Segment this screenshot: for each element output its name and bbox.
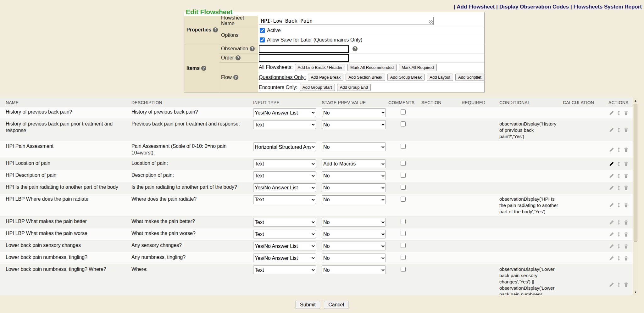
delete-trash-icon[interactable] xyxy=(624,220,629,225)
stage-prev-value-select[interactable]: No xyxy=(322,218,386,226)
comments-checkbox[interactable] xyxy=(401,231,406,236)
allow-save-checkbox[interactable] xyxy=(260,37,265,42)
move-up-down-icon[interactable] xyxy=(616,203,621,208)
add-line-break-header-button[interactable]: Add Line Break / Header xyxy=(295,64,345,71)
input-type-select[interactable]: Yes/No Answer List xyxy=(253,242,316,250)
stage-prev-value-select[interactable]: No xyxy=(322,143,386,151)
comments-checkbox[interactable] xyxy=(401,109,406,115)
delete-trash-icon[interactable] xyxy=(624,203,629,208)
comments-checkbox[interactable] xyxy=(401,185,406,190)
comments-checkbox[interactable] xyxy=(401,255,406,260)
edit-pencil-icon[interactable] xyxy=(609,147,614,152)
stage-prev-value-select[interactable]: No xyxy=(322,120,386,129)
delete-trash-icon[interactable] xyxy=(624,244,629,249)
observation-input[interactable] xyxy=(259,45,349,53)
active-checkbox[interactable] xyxy=(260,28,265,33)
delete-trash-icon[interactable] xyxy=(624,185,629,190)
input-type-select[interactable]: Horizontal Structured Ans xyxy=(253,143,316,151)
edit-pencil-icon[interactable] xyxy=(609,185,614,190)
stage-prev-value-select[interactable]: No xyxy=(322,242,386,250)
add-page-break-button[interactable]: Add Page Break xyxy=(308,74,343,81)
add-group-start-button[interactable]: Add Group Start xyxy=(300,84,335,91)
comments-checkbox[interactable] xyxy=(401,121,406,126)
stage-prev-value-select[interactable]: No xyxy=(322,171,386,180)
move-up-down-icon[interactable] xyxy=(616,161,621,166)
table-scrollbar[interactable]: ▲ ▼ xyxy=(633,98,638,295)
add-section-break-button[interactable]: Add Section Break xyxy=(346,74,385,81)
input-type-select[interactable]: Text xyxy=(253,195,316,204)
move-up-down-icon[interactable] xyxy=(616,282,621,287)
edit-pencil-icon[interactable] xyxy=(609,110,614,115)
move-up-down-icon[interactable] xyxy=(616,256,621,261)
comments-checkbox[interactable] xyxy=(401,243,406,248)
comments-checkbox[interactable] xyxy=(401,267,406,272)
move-up-down-icon[interactable] xyxy=(616,127,621,132)
stage-prev-value-select[interactable]: No xyxy=(322,108,386,117)
input-type-select[interactable]: Yes/No Answer List xyxy=(253,183,316,192)
input-type-select[interactable]: Text xyxy=(253,230,316,238)
comments-checkbox[interactable] xyxy=(401,197,406,202)
mark-all-recommended-button[interactable]: Mark All Recommended xyxy=(347,64,397,71)
stage-prev-value-select[interactable]: No xyxy=(322,183,386,192)
delete-trash-icon[interactable] xyxy=(624,282,629,287)
stage-prev-value-select[interactable]: No xyxy=(322,230,386,238)
link-add-flowsheet[interactable]: Add Flowsheet xyxy=(457,4,495,10)
input-type-select[interactable]: Text xyxy=(253,218,316,226)
stage-prev-value-select[interactable]: No xyxy=(322,195,386,204)
stage-prev-value-select[interactable]: No xyxy=(322,254,386,262)
edit-pencil-icon[interactable] xyxy=(609,244,614,249)
help-icon[interactable]: ? xyxy=(213,27,218,32)
delete-trash-icon[interactable] xyxy=(624,127,629,132)
move-up-down-icon[interactable] xyxy=(616,173,621,178)
move-up-down-icon[interactable] xyxy=(616,220,621,225)
move-up-down-icon[interactable] xyxy=(616,110,621,115)
help-icon[interactable]: ? xyxy=(233,75,238,80)
flowsheet-name-input[interactable] xyxy=(259,17,434,25)
delete-trash-icon[interactable] xyxy=(624,161,629,166)
edit-pencil-icon[interactable] xyxy=(609,203,614,208)
comments-checkbox[interactable] xyxy=(401,219,406,224)
delete-trash-icon[interactable] xyxy=(624,147,629,152)
move-up-down-icon[interactable] xyxy=(616,232,621,237)
add-layout-button[interactable]: Add Layout xyxy=(427,74,453,81)
input-type-select[interactable]: Text xyxy=(253,159,316,168)
add-scriptlet-button[interactable]: Add Scriptlet xyxy=(455,74,484,81)
edit-pencil-icon[interactable] xyxy=(609,220,614,225)
delete-trash-icon[interactable] xyxy=(624,256,629,261)
scroll-down-arrow[interactable]: ▼ xyxy=(633,290,638,295)
scroll-up-arrow[interactable]: ▲ xyxy=(633,98,638,103)
edit-pencil-icon[interactable] xyxy=(609,282,614,287)
scroll-thumb[interactable] xyxy=(634,104,637,242)
comments-checkbox[interactable] xyxy=(401,144,406,149)
delete-trash-icon[interactable] xyxy=(624,110,629,115)
help-icon[interactable]: ? xyxy=(250,46,255,51)
input-type-select[interactable]: Yes/No Answer List xyxy=(253,108,316,117)
move-up-down-icon[interactable] xyxy=(616,185,621,190)
delete-trash-icon[interactable] xyxy=(624,232,629,237)
help-icon[interactable]: ? xyxy=(201,66,206,71)
mark-all-required-button[interactable]: Mark All Required xyxy=(399,64,437,71)
edit-pencil-icon[interactable] xyxy=(609,173,614,178)
help-icon[interactable]: ? xyxy=(236,55,241,60)
edit-pencil-icon[interactable] xyxy=(609,256,614,261)
input-type-select[interactable]: Text xyxy=(253,265,316,274)
move-up-down-icon[interactable] xyxy=(616,147,621,152)
comments-checkbox[interactable] xyxy=(401,173,406,178)
submit-button[interactable]: Submit xyxy=(296,301,320,309)
cancel-button[interactable]: Cancel xyxy=(324,301,348,309)
link-display-observation-codes[interactable]: Display Observation Codes xyxy=(499,4,569,10)
stage-prev-value-select[interactable]: Add to Macros xyxy=(322,159,386,168)
add-group-break-button[interactable]: Add Group Break xyxy=(387,74,425,81)
input-type-select[interactable]: Text xyxy=(253,120,316,129)
move-up-down-icon[interactable] xyxy=(616,244,621,249)
link-flowsheets-system-report[interactable]: Flowsheets System Report xyxy=(574,4,642,10)
help-icon[interactable]: ? xyxy=(353,46,358,51)
comments-checkbox[interactable] xyxy=(401,161,406,166)
input-type-select[interactable]: Text xyxy=(253,171,316,180)
edit-pencil-icon[interactable] xyxy=(609,161,614,166)
delete-trash-icon[interactable] xyxy=(624,173,629,178)
stage-prev-value-select[interactable]: No xyxy=(322,265,386,274)
add-group-end-button[interactable]: Add Group End xyxy=(337,84,371,91)
edit-pencil-icon[interactable] xyxy=(609,232,614,237)
order-input[interactable] xyxy=(259,54,349,62)
